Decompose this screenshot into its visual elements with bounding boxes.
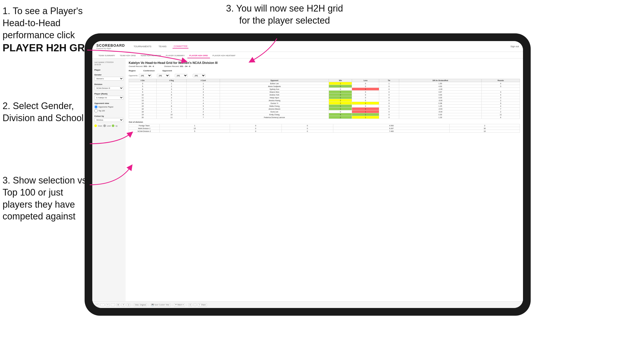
overall-record: Overall Record: 353 - 34 - 6 bbox=[129, 65, 154, 68]
division-select[interactable]: NCAA Division III bbox=[94, 86, 124, 90]
table-row: 5 2 2 Alexis Sudjianto 1 0 0 4.00 3 bbox=[129, 85, 520, 88]
toolbar-undo[interactable]: ↩ bbox=[95, 303, 99, 306]
sign-out[interactable]: Sign out bbox=[510, 45, 519, 48]
table-row: 20 11 7 Federica Domecq Lacroze 2 1 0 1.… bbox=[129, 116, 520, 119]
tablet-screen: SCOREBOARD Powered by clippd TOURNAMENTS… bbox=[92, 41, 523, 308]
th-tie: Tie bbox=[379, 79, 399, 82]
sub-nav-team-h2h-heatmap[interactable]: TEAM H2H HEATMAP bbox=[138, 53, 163, 58]
table-row: 11 2 5 Heejo Hyun 1 0 0 3.33 3 bbox=[129, 96, 520, 99]
th-conf: # Conf bbox=[187, 79, 220, 82]
division-label: Division bbox=[94, 83, 124, 85]
toolbar-watch[interactable]: 👁 Watch ▾ bbox=[174, 303, 185, 306]
opponents-select[interactable]: (All) bbox=[139, 74, 152, 77]
step1-bold: PLAYER H2H GRID bbox=[3, 42, 95, 53]
th-rounds: Rounds bbox=[482, 79, 520, 82]
toolbar-zoom[interactable]: ↕ bbox=[194, 303, 197, 306]
sub-nav-team-h2h-grid[interactable]: TEAM H2H GRID bbox=[118, 53, 138, 58]
toolbar-clock[interactable]: ◷ bbox=[127, 303, 130, 306]
table-row: 15 8 5 Stella Cheng 1 0 0 1.25 4 bbox=[129, 105, 520, 108]
toolbar-forward[interactable]: → bbox=[111, 303, 115, 306]
panel-gender-section: Gender Women's bbox=[94, 74, 124, 81]
th-win: Win bbox=[329, 79, 352, 82]
sub-nav-player-h2h-heatmap[interactable]: PLAYER H2H HEATMAP bbox=[210, 53, 238, 58]
table-row: 16 1 3 Jessica Mason 1 2 0 -0.94 7 bbox=[129, 108, 520, 110]
out-of-division-header: Out of division bbox=[129, 121, 520, 123]
region-filter-title: Region bbox=[129, 70, 136, 72]
table-row: 13 1 1 Jessica Huang 2 0 0 -3.00 2 bbox=[129, 99, 520, 102]
nav-committee[interactable]: COMMITTEE bbox=[173, 44, 188, 49]
region-filter-group: Region bbox=[129, 70, 136, 72]
opponent-view-label: Opponent view bbox=[94, 102, 124, 104]
opponent-filter-group: Opponent bbox=[162, 70, 172, 72]
toolbar-share[interactable]: ⇪ Share bbox=[198, 303, 207, 306]
colour-by-select[interactable]: Win/loss bbox=[94, 118, 124, 122]
nav-tournaments[interactable]: TOURNAMENTS bbox=[133, 45, 152, 48]
top-nav: SCOREBOARD Powered by clippd TOURNAMENTS… bbox=[92, 41, 523, 52]
instruction-top-right: 3. You will now see H2H grid for the pla… bbox=[220, 3, 349, 27]
table-row: 6 3 3 Sydney Kuo 0 1 0 -1.00 bbox=[129, 88, 520, 91]
filters-section: Region Conference Opponent bbox=[129, 70, 520, 72]
radio-top-100[interactable]: Top 100 bbox=[94, 109, 124, 112]
toolbar-save-view[interactable]: 💾 Save Custom View bbox=[150, 303, 170, 306]
table-row: NCAA Division 2 5 0 0 7.400 10 bbox=[129, 130, 520, 133]
colour-legend: Down Level Up bbox=[94, 124, 124, 127]
panel-player-section: Player bbox=[94, 69, 124, 71]
conference-select[interactable]: (All) bbox=[175, 74, 188, 77]
left-panel: Last Updated: 27/03/2024 16:55:38 Player… bbox=[92, 59, 126, 301]
sub-nav-team-summary[interactable]: TEAM SUMMARY bbox=[96, 53, 117, 58]
step3-bottom-text: 3. Show selection vs Top 100 or just pla… bbox=[3, 175, 87, 221]
toolbar-layout[interactable]: ⊡ bbox=[188, 303, 192, 306]
grid-area: Katelyn Vo Head-to-Head Grid for Women's… bbox=[126, 59, 523, 301]
step1-text: 1. To see a Player's Head-to-Head perfor… bbox=[3, 6, 83, 40]
grid-title: Katelyn Vo Head-to-Head Grid for Women's… bbox=[129, 61, 520, 65]
conference-filter-title: Conference bbox=[143, 70, 155, 72]
grid-subtitle-row: Overall Record: 353 - 34 - 6 Division Re… bbox=[129, 65, 520, 68]
gender-select[interactable]: Women's bbox=[94, 77, 124, 81]
panel-opponent-view: Opponent view Opponents Played Top 100 bbox=[94, 102, 124, 112]
app-container: SCOREBOARD Powered by clippd TOURNAMENTS… bbox=[92, 41, 523, 308]
th-diff: Diff Av Strokes/Rnd bbox=[399, 79, 481, 82]
sub-nav-player-summary[interactable]: PLAYER SUMMARY bbox=[164, 53, 187, 58]
th-div: # Div bbox=[129, 79, 157, 82]
table-row: 14 7 4 Eunice Yi 2 2 0 0.38 9 bbox=[129, 102, 520, 105]
legend-up-label: Up bbox=[115, 125, 117, 127]
last-updated-time: 16:55:38 bbox=[94, 64, 101, 65]
radio-opponents-played[interactable]: Opponents Played bbox=[94, 105, 124, 109]
toolbar-redo[interactable]: ↪ bbox=[106, 303, 109, 306]
toolbar-refresh[interactable]: ↺ bbox=[122, 303, 125, 306]
toolbar-sep2: | bbox=[148, 304, 149, 306]
filter-dropdowns-row: Opponents: (All) (All) (All) (All) bbox=[129, 74, 520, 77]
table-row: Foreign Team 1 0 0 4.500 2 bbox=[129, 124, 520, 127]
player-rank-select[interactable]: 8. Katelyn Vo bbox=[94, 96, 124, 100]
toolbar-sep1: | bbox=[132, 304, 132, 306]
tablet-frame: SCOREBOARD Powered by clippd TOURNAMENTS… bbox=[85, 33, 531, 316]
table-row: 10 6 3 Andrea York 2 0 0 4.00 4 bbox=[129, 93, 520, 96]
opponent-select[interactable]: (All) bbox=[193, 74, 206, 77]
nav-teams[interactable]: TEAMS bbox=[157, 45, 167, 48]
table-row: NAIA Division 1 15 0 0 9.267 30 bbox=[129, 127, 520, 130]
h2h-table: # Div # Reg # Conf Opponent Win Loss Tie… bbox=[129, 79, 520, 119]
opponent-filter-title: Opponent bbox=[162, 70, 172, 72]
logo-sub: Powered by clippd bbox=[96, 47, 125, 49]
table-row: 9 1 4 Sharon Mun 1 0 0 3.67 3 bbox=[129, 91, 520, 93]
toolbar-back[interactable]: ← bbox=[100, 303, 104, 306]
out-of-division-table: Foreign Team 1 0 0 4.500 2 NAIA Division… bbox=[129, 124, 520, 133]
th-loss: Loss bbox=[352, 79, 379, 82]
panel-colour-by: Colour by Win/loss bbox=[94, 115, 124, 122]
th-opponent: Opponent bbox=[220, 79, 329, 82]
toolbar-grid[interactable]: ⊞ bbox=[116, 303, 120, 306]
toolbar-view-original[interactable]: View: Original bbox=[134, 303, 147, 306]
toolbar-sep3: | bbox=[172, 304, 173, 306]
gender-label: Gender bbox=[94, 74, 124, 76]
instruction-bottom-left: 3. Show selection vs Top 100 or just pla… bbox=[3, 175, 90, 223]
sub-nav-player-h2h-grid[interactable]: PLAYER H2H GRID bbox=[187, 53, 210, 58]
region-select[interactable]: (All) bbox=[157, 74, 170, 77]
logo-area: SCOREBOARD Powered by clippd bbox=[96, 43, 125, 49]
opponent-view-radios: Opponents Played Top 100 bbox=[94, 105, 124, 112]
panel-player-rank-section: Player (Rank) 8. Katelyn Vo bbox=[94, 93, 124, 100]
main-content: Last Updated: 27/03/2024 16:55:38 Player… bbox=[92, 59, 523, 301]
legend-level-label: Level bbox=[107, 125, 111, 127]
step3-top-text: 3. You will now see H2H grid for the pla… bbox=[226, 3, 343, 26]
player-rank-label: Player (Rank) bbox=[94, 93, 124, 95]
legend-down-dot bbox=[94, 124, 97, 127]
